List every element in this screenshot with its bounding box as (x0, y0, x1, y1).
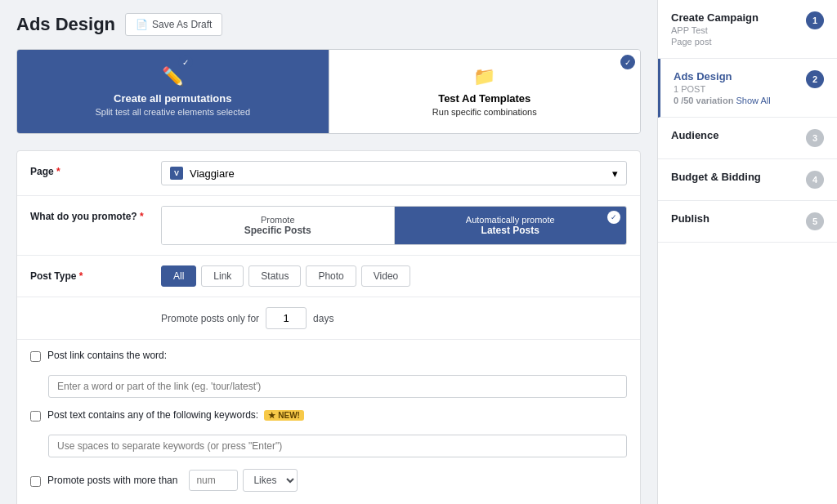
num-likes-row: Likes (189, 469, 298, 492)
filters-row: Post link contains the word: Post text c… (17, 340, 640, 504)
post-text-checkbox[interactable] (30, 411, 41, 421)
post-link-input[interactable] (48, 375, 627, 398)
save-draft-icon: 📄 (136, 19, 148, 30)
promote-days-label (30, 307, 161, 312)
promote-required: * (140, 211, 144, 222)
post-type-video[interactable]: Video (361, 265, 410, 287)
post-type-all[interactable]: All (161, 265, 196, 287)
mode-cards: ✏️ Create all permutations Split test al… (16, 49, 641, 134)
page-value: Viaggiare (190, 167, 235, 180)
post-text-checkbox-row: Post text contains any of the following … (30, 409, 304, 421)
sidebar-item-ads-design-content: Ads Design 1 POST 0 /50 variation Show A… (674, 70, 771, 105)
post-type-row: Post Type * All Link Status Photo Video (17, 256, 640, 297)
sidebar-item-budget[interactable]: Budget & Bidding 4 (658, 159, 837, 201)
test-ad-title: Test Ad Templates (342, 92, 628, 105)
promote-option2-title: Latest Posts (406, 225, 615, 236)
sidebar: Create Campaign APP Test Page post 1 Ads… (657, 0, 837, 504)
num-input[interactable] (189, 470, 238, 491)
sidebar-budget-title: Budget & Bidding (671, 171, 761, 183)
promote-more-checkbox[interactable] (30, 476, 41, 487)
promote-toggle: Promote Specific Posts Automatically pro… (161, 206, 627, 245)
sidebar-item-audience[interactable]: Audience 3 (658, 118, 837, 159)
promote-label: What do you promote? * (30, 206, 161, 222)
promote-specific-posts[interactable]: Promote Specific Posts (162, 207, 395, 244)
new-badge: ★ NEW! (264, 410, 303, 421)
post-type-control: All Link Status Photo Video (161, 265, 627, 287)
create-all-checkmark: ✓ (178, 55, 193, 69)
promote-days-prefix: Promote posts only for (161, 313, 259, 324)
sidebar-item-create-campaign[interactable]: Create Campaign APP Test Page post 1 (658, 0, 837, 59)
promote-option1-title: Specific Posts (173, 225, 383, 236)
pencil-icon: ✏️ (30, 66, 316, 87)
post-type-required: * (79, 270, 83, 282)
chevron-down-icon: ▾ (612, 167, 618, 180)
sidebar-item-ads-design[interactable]: Ads Design 1 POST 0 /50 variation Show A… (658, 59, 837, 118)
likes-select[interactable]: Likes (243, 469, 298, 492)
promote-days-row: Promote posts only for days (17, 297, 640, 340)
post-type-status[interactable]: Status (248, 265, 301, 287)
days-input[interactable] (266, 307, 307, 329)
page-row: Page * V Viaggiare ▾ (17, 151, 640, 196)
sidebar-publish-title: Publish (671, 212, 709, 225)
keywords-input[interactable] (48, 435, 627, 457)
promote-control: Promote Specific Posts Automatically pro… (161, 206, 627, 245)
post-link-label: Post link contains the word: (47, 350, 167, 361)
sidebar-item-audience-content: Audience (671, 129, 719, 141)
post-type-buttons: All Link Status Photo Video (161, 265, 627, 287)
sidebar-audience-title: Audience (671, 129, 719, 141)
form-section: Page * V Viaggiare ▾ What do you promote… (16, 150, 641, 504)
sidebar-ads-design-sub1: 1 POST (674, 84, 771, 94)
post-link-checkbox[interactable] (30, 351, 41, 362)
save-draft-button[interactable]: 📄 Save As Draft (125, 13, 222, 36)
page-select-left: V Viaggiare (170, 167, 235, 180)
sidebar-badge-4: 4 (806, 171, 824, 189)
folder-icon: 📁 (342, 66, 628, 87)
mode-checkmark: ✓ (620, 55, 635, 69)
promote-latest-posts[interactable]: Automatically promote Latest Posts (395, 207, 627, 244)
post-type-label: Post Type * (30, 265, 161, 282)
sidebar-badge-2: 2 (806, 70, 824, 88)
page-favicon: V (170, 167, 183, 180)
promote-toggle-container: Promote Specific Posts Automatically pro… (161, 206, 627, 245)
page-required: * (56, 166, 60, 177)
page-select[interactable]: V Viaggiare ▾ (161, 161, 627, 185)
promote-more-label: Promote posts with more than (47, 475, 177, 486)
promote-option2-label: Automatically promote (406, 215, 615, 225)
sidebar-item-publish[interactable]: Publish 5 (658, 201, 837, 243)
page-header: Ads Design 📄 Save As Draft (16, 13, 641, 36)
sidebar-item-budget-content: Budget & Bidding (671, 171, 761, 183)
sidebar-ads-design-sub2: 0 /50 variation Show All (674, 96, 771, 105)
sidebar-create-campaign-title: Create Campaign (671, 11, 759, 24)
post-type-photo[interactable]: Photo (306, 265, 356, 287)
create-all-permutations-card[interactable]: ✏️ Create all permutations Split test al… (17, 50, 329, 133)
create-all-title: Create all permutations (30, 92, 316, 105)
main-content: Ads Design 📄 Save As Draft ✏️ Create all… (0, 0, 657, 504)
sidebar-create-campaign-sub2: Page post (671, 37, 759, 47)
post-type-link[interactable]: Link (201, 265, 244, 287)
sidebar-badge-1: 1 (806, 11, 824, 29)
days-row: Promote posts only for days (161, 307, 627, 329)
post-link-checkbox-row: Post link contains the word: (30, 350, 167, 362)
test-ad-subtitle: Run specific combinations (342, 107, 628, 117)
sidebar-item-publish-content: Publish (671, 212, 709, 225)
sidebar-ads-design-title: Ads Design (674, 70, 771, 83)
variation-count: 0 /50 variation (674, 96, 733, 105)
promote-option1-label: Promote (173, 215, 383, 225)
sidebar-item-create-campaign-content: Create Campaign APP Test Page post (671, 11, 759, 47)
sidebar-badge-5: 5 (806, 212, 824, 230)
sidebar-create-campaign-sub1: APP Test (671, 25, 759, 35)
page-label: Page * (30, 161, 161, 177)
page-title: Ads Design (16, 14, 115, 35)
test-ad-templates-card[interactable]: 📁 Test Ad Templates Run specific combina… (329, 50, 641, 133)
promote-days-control: Promote posts only for days (161, 307, 627, 329)
create-all-subtitle: Split test all creative elements selecte… (30, 107, 316, 117)
show-all-link[interactable]: Show All (736, 96, 770, 105)
promote-days-unit: days (313, 313, 333, 324)
promote-row: What do you promote? * Promote Specific … (17, 196, 640, 256)
page-control: V Viaggiare ▾ (161, 161, 627, 185)
sidebar-badge-3: 3 (806, 129, 824, 147)
post-text-label: Post text contains any of the following … (47, 409, 304, 421)
promote-active-check: ✓ (607, 211, 620, 224)
promote-more-row: Promote posts with more than Likes (30, 469, 298, 492)
